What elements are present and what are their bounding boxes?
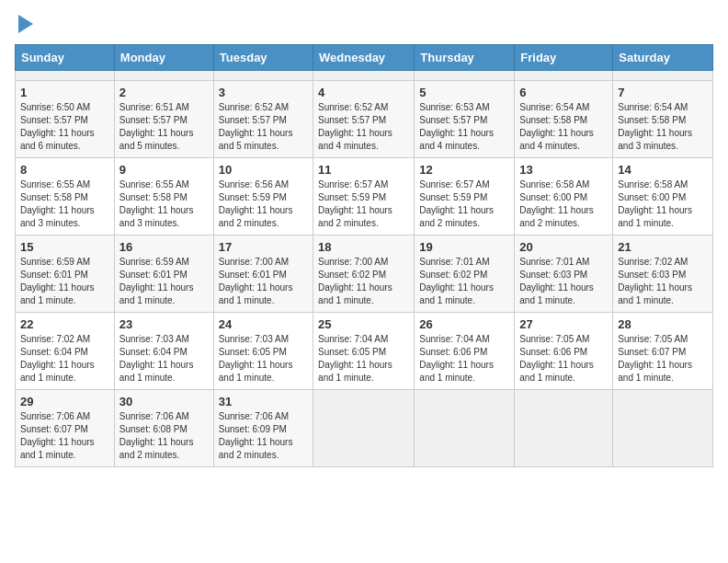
calendar-cell: 23Sunrise: 7:03 AMSunset: 6:04 PMDayligh… bbox=[114, 313, 213, 390]
calendar-cell bbox=[415, 71, 515, 81]
calendar-week-2: 8Sunrise: 6:55 AMSunset: 5:58 PMDaylight… bbox=[16, 158, 713, 236]
calendar-cell: 17Sunrise: 7:00 AMSunset: 6:01 PMDayligh… bbox=[213, 236, 313, 313]
day-header-sunday: Sunday bbox=[16, 45, 115, 71]
day-number: 18 bbox=[318, 240, 409, 254]
day-number: 23 bbox=[119, 317, 209, 331]
calendar-cell: 11Sunrise: 6:57 AMSunset: 5:59 PMDayligh… bbox=[313, 158, 415, 236]
calendar-cell: 3Sunrise: 6:52 AMSunset: 5:57 PMDaylight… bbox=[213, 81, 313, 158]
calendar-cell: 4Sunrise: 6:52 AMSunset: 5:57 PMDaylight… bbox=[313, 81, 415, 158]
day-number: 22 bbox=[20, 317, 109, 331]
day-number: 15 bbox=[20, 240, 109, 254]
cell-info: Sunrise: 7:05 AMSunset: 6:07 PMDaylight:… bbox=[618, 333, 708, 385]
cell-info: Sunrise: 7:06 AMSunset: 6:08 PMDaylight:… bbox=[119, 410, 209, 462]
day-number: 12 bbox=[419, 163, 509, 177]
cell-info: Sunrise: 7:01 AMSunset: 6:02 PMDaylight:… bbox=[419, 256, 509, 307]
cell-info: Sunrise: 7:00 AMSunset: 6:02 PMDaylight:… bbox=[318, 256, 409, 307]
calendar-cell: 28Sunrise: 7:05 AMSunset: 6:07 PMDayligh… bbox=[613, 313, 713, 390]
calendar-cell: 22Sunrise: 7:02 AMSunset: 6:04 PMDayligh… bbox=[16, 313, 115, 390]
calendar-week-3: 15Sunrise: 6:59 AMSunset: 6:01 PMDayligh… bbox=[16, 236, 713, 313]
calendar-cell: 8Sunrise: 6:55 AMSunset: 5:58 PMDaylight… bbox=[16, 158, 115, 236]
cell-info: Sunrise: 6:57 AMSunset: 5:59 PMDaylight:… bbox=[318, 178, 409, 230]
day-number: 27 bbox=[519, 317, 608, 331]
calendar-cell: 24Sunrise: 7:03 AMSunset: 6:05 PMDayligh… bbox=[213, 313, 313, 390]
cell-info: Sunrise: 6:53 AMSunset: 5:57 PMDaylight:… bbox=[419, 101, 509, 153]
calendar-cell: 14Sunrise: 6:58 AMSunset: 6:00 PMDayligh… bbox=[613, 158, 713, 236]
calendar-body: 1Sunrise: 6:50 AMSunset: 5:57 PMDaylight… bbox=[16, 71, 713, 467]
calendar-cell: 21Sunrise: 7:02 AMSunset: 6:03 PMDayligh… bbox=[613, 236, 713, 313]
cell-info: Sunrise: 6:58 AMSunset: 6:00 PMDaylight:… bbox=[618, 178, 708, 230]
cell-info: Sunrise: 6:57 AMSunset: 5:59 PMDaylight:… bbox=[419, 178, 509, 230]
calendar-cell bbox=[313, 71, 415, 81]
day-number: 19 bbox=[419, 240, 509, 254]
day-number: 7 bbox=[618, 86, 708, 99]
day-number: 2 bbox=[119, 86, 209, 99]
day-header-wednesday: Wednesday bbox=[313, 45, 415, 71]
day-number: 21 bbox=[618, 240, 708, 254]
calendar-cell: 2Sunrise: 6:51 AMSunset: 5:57 PMDaylight… bbox=[114, 81, 213, 158]
calendar-cell: 16Sunrise: 6:59 AMSunset: 6:01 PMDayligh… bbox=[114, 236, 213, 313]
day-number: 25 bbox=[318, 317, 409, 331]
calendar-cell: 9Sunrise: 6:55 AMSunset: 5:58 PMDaylight… bbox=[114, 158, 213, 236]
calendar-cell bbox=[313, 390, 415, 467]
calendar-cell: 6Sunrise: 6:54 AMSunset: 5:58 PMDaylight… bbox=[515, 81, 613, 158]
calendar-week-0 bbox=[16, 71, 713, 81]
cell-info: Sunrise: 7:06 AMSunset: 6:09 PMDaylight:… bbox=[219, 410, 308, 462]
calendar-cell: 1Sunrise: 6:50 AMSunset: 5:57 PMDaylight… bbox=[16, 81, 115, 158]
cell-info: Sunrise: 6:52 AMSunset: 5:57 PMDaylight:… bbox=[219, 101, 308, 153]
day-header-tuesday: Tuesday bbox=[213, 45, 313, 71]
calendar-cell bbox=[613, 71, 713, 81]
day-header-thursday: Thursday bbox=[415, 45, 515, 71]
cell-info: Sunrise: 7:04 AMSunset: 6:05 PMDaylight:… bbox=[318, 333, 409, 385]
calendar-cell bbox=[515, 71, 613, 81]
cell-info: Sunrise: 6:54 AMSunset: 5:58 PMDaylight:… bbox=[618, 101, 708, 153]
calendar-header-row: SundayMondayTuesdayWednesdayThursdayFrid… bbox=[16, 45, 713, 71]
day-header-saturday: Saturday bbox=[613, 45, 713, 71]
day-number: 17 bbox=[219, 240, 308, 254]
day-number: 1 bbox=[20, 86, 109, 99]
day-header-friday: Friday bbox=[515, 45, 613, 71]
calendar-week-5: 29Sunrise: 7:06 AMSunset: 6:07 PMDayligh… bbox=[16, 390, 713, 467]
calendar-cell: 31Sunrise: 7:06 AMSunset: 6:09 PMDayligh… bbox=[213, 390, 313, 467]
page-header bbox=[15, 15, 713, 33]
cell-info: Sunrise: 7:03 AMSunset: 6:05 PMDaylight:… bbox=[219, 333, 308, 385]
calendar-cell bbox=[114, 71, 213, 81]
calendar-cell: 12Sunrise: 6:57 AMSunset: 5:59 PMDayligh… bbox=[415, 158, 515, 236]
day-number: 11 bbox=[318, 163, 409, 177]
day-number: 28 bbox=[618, 317, 708, 331]
calendar-cell: 30Sunrise: 7:06 AMSunset: 6:08 PMDayligh… bbox=[114, 390, 213, 467]
day-number: 30 bbox=[119, 395, 209, 408]
calendar-cell bbox=[415, 390, 515, 467]
day-number: 26 bbox=[419, 317, 509, 331]
calendar-cell: 19Sunrise: 7:01 AMSunset: 6:02 PMDayligh… bbox=[415, 236, 515, 313]
calendar-cell: 27Sunrise: 7:05 AMSunset: 6:06 PMDayligh… bbox=[515, 313, 613, 390]
cell-info: Sunrise: 7:00 AMSunset: 6:01 PMDaylight:… bbox=[219, 256, 308, 307]
cell-info: Sunrise: 7:02 AMSunset: 6:03 PMDaylight:… bbox=[618, 256, 708, 307]
day-number: 31 bbox=[219, 395, 308, 408]
calendar-cell bbox=[16, 71, 115, 81]
day-number: 8 bbox=[20, 163, 109, 177]
cell-info: Sunrise: 6:50 AMSunset: 5:57 PMDaylight:… bbox=[20, 101, 109, 153]
calendar-cell bbox=[213, 71, 313, 81]
cell-info: Sunrise: 6:59 AMSunset: 6:01 PMDaylight:… bbox=[119, 256, 209, 307]
calendar-cell: 15Sunrise: 6:59 AMSunset: 6:01 PMDayligh… bbox=[16, 236, 115, 313]
calendar-table: SundayMondayTuesdayWednesdayThursdayFrid… bbox=[15, 44, 713, 467]
cell-info: Sunrise: 6:55 AMSunset: 5:58 PMDaylight:… bbox=[20, 178, 109, 230]
cell-info: Sunrise: 6:54 AMSunset: 5:58 PMDaylight:… bbox=[519, 101, 608, 153]
day-number: 16 bbox=[119, 240, 209, 254]
cell-info: Sunrise: 6:51 AMSunset: 5:57 PMDaylight:… bbox=[119, 101, 209, 153]
cell-info: Sunrise: 7:05 AMSunset: 6:06 PMDaylight:… bbox=[519, 333, 608, 385]
cell-info: Sunrise: 6:55 AMSunset: 5:58 PMDaylight:… bbox=[119, 178, 209, 230]
day-number: 3 bbox=[219, 86, 308, 99]
day-number: 6 bbox=[519, 86, 608, 99]
day-header-monday: Monday bbox=[114, 45, 213, 71]
cell-info: Sunrise: 7:02 AMSunset: 6:04 PMDaylight:… bbox=[20, 333, 109, 385]
day-number: 9 bbox=[119, 163, 209, 177]
calendar-cell: 26Sunrise: 7:04 AMSunset: 6:06 PMDayligh… bbox=[415, 313, 515, 390]
calendar-cell: 10Sunrise: 6:56 AMSunset: 5:59 PMDayligh… bbox=[213, 158, 313, 236]
cell-info: Sunrise: 7:03 AMSunset: 6:04 PMDaylight:… bbox=[119, 333, 209, 385]
day-number: 20 bbox=[519, 240, 608, 254]
logo-arrow-icon bbox=[18, 15, 33, 33]
calendar-cell: 7Sunrise: 6:54 AMSunset: 5:58 PMDaylight… bbox=[613, 81, 713, 158]
day-number: 4 bbox=[318, 86, 409, 99]
calendar-cell bbox=[613, 390, 713, 467]
